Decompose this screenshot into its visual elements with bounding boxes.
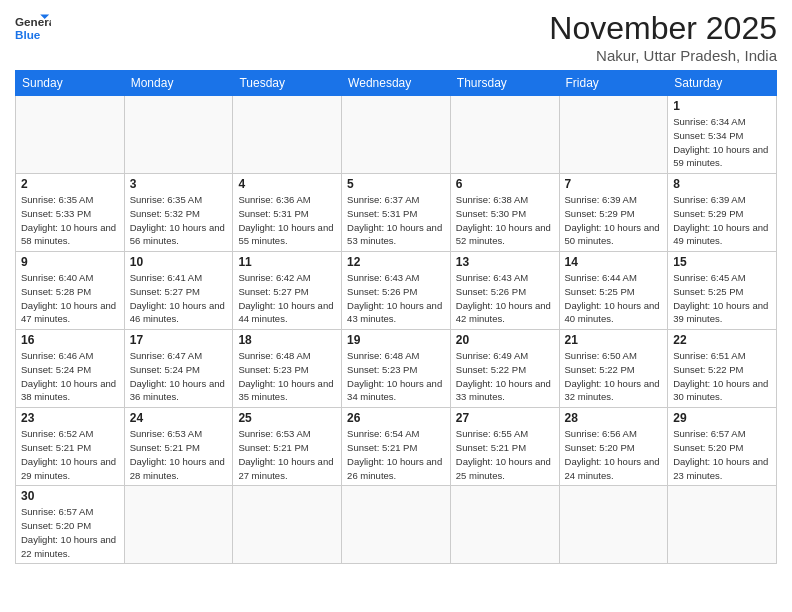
day-number: 15 [673, 255, 771, 269]
calendar-cell: 10Sunrise: 6:41 AM Sunset: 5:27 PM Dayli… [124, 252, 233, 330]
day-info: Sunrise: 6:43 AM Sunset: 5:26 PM Dayligh… [347, 271, 445, 326]
day-info: Sunrise: 6:51 AM Sunset: 5:22 PM Dayligh… [673, 349, 771, 404]
calendar-cell [124, 486, 233, 564]
day-info: Sunrise: 6:35 AM Sunset: 5:33 PM Dayligh… [21, 193, 119, 248]
calendar-cell: 3Sunrise: 6:35 AM Sunset: 5:32 PM Daylig… [124, 174, 233, 252]
day-number: 22 [673, 333, 771, 347]
calendar-week-row: 30Sunrise: 6:57 AM Sunset: 5:20 PM Dayli… [16, 486, 777, 564]
calendar-cell [16, 96, 125, 174]
calendar-cell: 12Sunrise: 6:43 AM Sunset: 5:26 PM Dayli… [342, 252, 451, 330]
day-number: 11 [238, 255, 336, 269]
calendar-cell: 29Sunrise: 6:57 AM Sunset: 5:20 PM Dayli… [668, 408, 777, 486]
calendar-cell: 1Sunrise: 6:34 AM Sunset: 5:34 PM Daylig… [668, 96, 777, 174]
calendar-cell: 13Sunrise: 6:43 AM Sunset: 5:26 PM Dayli… [450, 252, 559, 330]
calendar-cell: 16Sunrise: 6:46 AM Sunset: 5:24 PM Dayli… [16, 330, 125, 408]
day-number: 8 [673, 177, 771, 191]
logo-icon: General Blue [15, 10, 51, 46]
calendar-cell: 18Sunrise: 6:48 AM Sunset: 5:23 PM Dayli… [233, 330, 342, 408]
day-info: Sunrise: 6:47 AM Sunset: 5:24 PM Dayligh… [130, 349, 228, 404]
calendar-cell: 27Sunrise: 6:55 AM Sunset: 5:21 PM Dayli… [450, 408, 559, 486]
title-area: November 2025 Nakur, Uttar Pradesh, Indi… [549, 10, 777, 64]
calendar-week-row: 9Sunrise: 6:40 AM Sunset: 5:28 PM Daylig… [16, 252, 777, 330]
calendar-cell [124, 96, 233, 174]
weekday-header-wednesday: Wednesday [342, 71, 451, 96]
day-number: 23 [21, 411, 119, 425]
day-number: 29 [673, 411, 771, 425]
day-info: Sunrise: 6:44 AM Sunset: 5:25 PM Dayligh… [565, 271, 663, 326]
calendar-cell: 14Sunrise: 6:44 AM Sunset: 5:25 PM Dayli… [559, 252, 668, 330]
calendar-week-row: 23Sunrise: 6:52 AM Sunset: 5:21 PM Dayli… [16, 408, 777, 486]
day-number: 7 [565, 177, 663, 191]
day-info: Sunrise: 6:54 AM Sunset: 5:21 PM Dayligh… [347, 427, 445, 482]
day-info: Sunrise: 6:36 AM Sunset: 5:31 PM Dayligh… [238, 193, 336, 248]
day-info: Sunrise: 6:38 AM Sunset: 5:30 PM Dayligh… [456, 193, 554, 248]
day-number: 20 [456, 333, 554, 347]
day-number: 16 [21, 333, 119, 347]
calendar-cell: 15Sunrise: 6:45 AM Sunset: 5:25 PM Dayli… [668, 252, 777, 330]
calendar-cell: 30Sunrise: 6:57 AM Sunset: 5:20 PM Dayli… [16, 486, 125, 564]
calendar-cell: 19Sunrise: 6:48 AM Sunset: 5:23 PM Dayli… [342, 330, 451, 408]
weekday-header-row: SundayMondayTuesdayWednesdayThursdayFrid… [16, 71, 777, 96]
calendar-cell: 7Sunrise: 6:39 AM Sunset: 5:29 PM Daylig… [559, 174, 668, 252]
day-number: 17 [130, 333, 228, 347]
header: General Blue November 2025 Nakur, Uttar … [15, 10, 777, 64]
calendar-cell [233, 96, 342, 174]
day-info: Sunrise: 6:35 AM Sunset: 5:32 PM Dayligh… [130, 193, 228, 248]
calendar-week-row: 1Sunrise: 6:34 AM Sunset: 5:34 PM Daylig… [16, 96, 777, 174]
day-info: Sunrise: 6:55 AM Sunset: 5:21 PM Dayligh… [456, 427, 554, 482]
day-info: Sunrise: 6:57 AM Sunset: 5:20 PM Dayligh… [21, 505, 119, 560]
day-number: 10 [130, 255, 228, 269]
calendar-cell: 21Sunrise: 6:50 AM Sunset: 5:22 PM Dayli… [559, 330, 668, 408]
day-number: 2 [21, 177, 119, 191]
day-number: 24 [130, 411, 228, 425]
calendar-cell: 24Sunrise: 6:53 AM Sunset: 5:21 PM Dayli… [124, 408, 233, 486]
day-number: 25 [238, 411, 336, 425]
day-info: Sunrise: 6:39 AM Sunset: 5:29 PM Dayligh… [565, 193, 663, 248]
svg-text:Blue: Blue [15, 28, 41, 41]
day-info: Sunrise: 6:48 AM Sunset: 5:23 PM Dayligh… [238, 349, 336, 404]
calendar-cell: 9Sunrise: 6:40 AM Sunset: 5:28 PM Daylig… [16, 252, 125, 330]
calendar-cell [342, 486, 451, 564]
day-number: 13 [456, 255, 554, 269]
day-number: 28 [565, 411, 663, 425]
day-number: 27 [456, 411, 554, 425]
day-info: Sunrise: 6:53 AM Sunset: 5:21 PM Dayligh… [238, 427, 336, 482]
day-number: 26 [347, 411, 445, 425]
day-info: Sunrise: 6:52 AM Sunset: 5:21 PM Dayligh… [21, 427, 119, 482]
day-info: Sunrise: 6:34 AM Sunset: 5:34 PM Dayligh… [673, 115, 771, 170]
logo: General Blue [15, 10, 51, 46]
calendar-cell: 17Sunrise: 6:47 AM Sunset: 5:24 PM Dayli… [124, 330, 233, 408]
calendar-cell: 22Sunrise: 6:51 AM Sunset: 5:22 PM Dayli… [668, 330, 777, 408]
calendar-cell [450, 486, 559, 564]
calendar-table: SundayMondayTuesdayWednesdayThursdayFrid… [15, 70, 777, 564]
calendar-page: General Blue November 2025 Nakur, Uttar … [0, 0, 792, 574]
day-info: Sunrise: 6:50 AM Sunset: 5:22 PM Dayligh… [565, 349, 663, 404]
calendar-cell [559, 96, 668, 174]
calendar-cell: 23Sunrise: 6:52 AM Sunset: 5:21 PM Dayli… [16, 408, 125, 486]
day-info: Sunrise: 6:57 AM Sunset: 5:20 PM Dayligh… [673, 427, 771, 482]
calendar-cell: 8Sunrise: 6:39 AM Sunset: 5:29 PM Daylig… [668, 174, 777, 252]
day-info: Sunrise: 6:39 AM Sunset: 5:29 PM Dayligh… [673, 193, 771, 248]
month-title: November 2025 [549, 10, 777, 47]
day-number: 30 [21, 489, 119, 503]
day-info: Sunrise: 6:43 AM Sunset: 5:26 PM Dayligh… [456, 271, 554, 326]
calendar-cell: 20Sunrise: 6:49 AM Sunset: 5:22 PM Dayli… [450, 330, 559, 408]
day-number: 5 [347, 177, 445, 191]
day-info: Sunrise: 6:37 AM Sunset: 5:31 PM Dayligh… [347, 193, 445, 248]
weekday-header-thursday: Thursday [450, 71, 559, 96]
weekday-header-friday: Friday [559, 71, 668, 96]
location: Nakur, Uttar Pradesh, India [549, 47, 777, 64]
day-info: Sunrise: 6:53 AM Sunset: 5:21 PM Dayligh… [130, 427, 228, 482]
day-number: 6 [456, 177, 554, 191]
calendar-cell: 26Sunrise: 6:54 AM Sunset: 5:21 PM Dayli… [342, 408, 451, 486]
calendar-cell [559, 486, 668, 564]
calendar-cell [668, 486, 777, 564]
day-number: 18 [238, 333, 336, 347]
calendar-week-row: 16Sunrise: 6:46 AM Sunset: 5:24 PM Dayli… [16, 330, 777, 408]
calendar-cell: 6Sunrise: 6:38 AM Sunset: 5:30 PM Daylig… [450, 174, 559, 252]
day-info: Sunrise: 6:46 AM Sunset: 5:24 PM Dayligh… [21, 349, 119, 404]
day-info: Sunrise: 6:40 AM Sunset: 5:28 PM Dayligh… [21, 271, 119, 326]
calendar-cell [450, 96, 559, 174]
calendar-cell: 28Sunrise: 6:56 AM Sunset: 5:20 PM Dayli… [559, 408, 668, 486]
weekday-header-saturday: Saturday [668, 71, 777, 96]
